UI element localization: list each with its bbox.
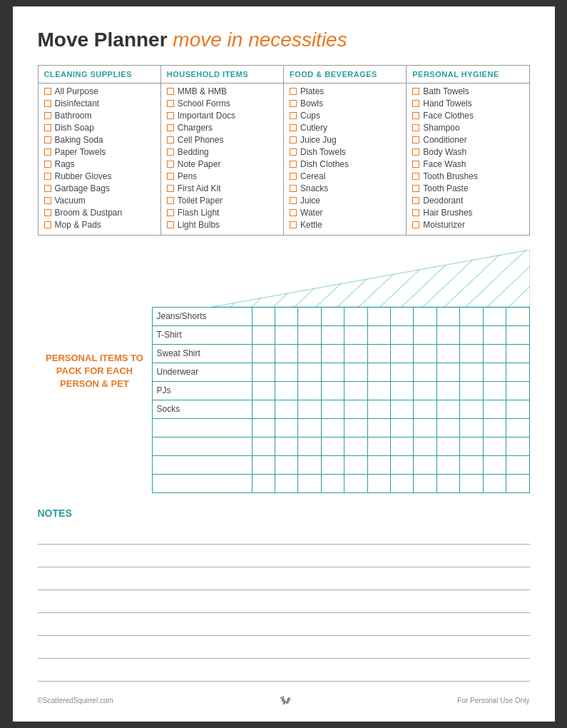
grid-cell[interactable] — [321, 400, 344, 418]
grid-cell[interactable] — [414, 437, 436, 455]
grid-cell[interactable] — [275, 455, 297, 474]
grid-cell[interactable] — [321, 474, 344, 492]
grid-cell[interactable] — [436, 381, 459, 400]
grid-cell[interactable] — [298, 381, 321, 400]
checkbox[interactable] — [167, 100, 174, 107]
grid-cell[interactable] — [344, 381, 367, 400]
check-item[interactable]: Face Clothes — [412, 111, 523, 121]
grid-cell[interactable] — [344, 455, 367, 474]
grid-cell[interactable] — [390, 381, 413, 400]
check-item[interactable]: Kettle — [290, 220, 400, 230]
check-item[interactable]: Tooth Paste — [412, 183, 523, 193]
check-item[interactable]: Dish Soap — [44, 123, 155, 133]
checkbox[interactable] — [44, 197, 51, 204]
check-item[interactable]: Hand Towels — [412, 98, 523, 108]
checkbox[interactable] — [290, 148, 297, 156]
checkbox[interactable] — [167, 112, 174, 119]
grid-cell[interactable] — [298, 400, 321, 418]
grid-cell[interactable] — [460, 474, 483, 492]
check-item[interactable]: Moisturizer — [412, 220, 523, 230]
grid-cell[interactable] — [436, 418, 459, 437]
grid-cell[interactable] — [252, 344, 275, 363]
grid-cell[interactable] — [298, 437, 321, 455]
check-item[interactable]: Bath Towels — [412, 86, 523, 96]
checkbox[interactable] — [44, 100, 51, 107]
checkbox[interactable] — [412, 112, 419, 119]
grid-cell[interactable] — [460, 344, 483, 363]
grid-cell[interactable] — [460, 307, 483, 325]
grid-cell[interactable] — [483, 418, 506, 437]
grid-cell[interactable] — [483, 381, 506, 400]
grid-cell[interactable] — [252, 400, 275, 418]
checkbox[interactable] — [44, 148, 51, 156]
grid-cell[interactable] — [460, 437, 483, 455]
checkbox[interactable] — [412, 88, 419, 95]
check-item[interactable]: Bedding — [167, 147, 277, 157]
grid-cell[interactable] — [436, 437, 459, 455]
checkbox[interactable] — [412, 197, 419, 204]
grid-cell[interactable] — [367, 325, 390, 344]
checkbox[interactable] — [44, 173, 51, 180]
checkbox[interactable] — [44, 161, 51, 168]
checkbox[interactable] — [290, 221, 297, 228]
checkbox[interactable] — [290, 209, 297, 216]
grid-cell[interactable] — [344, 344, 367, 363]
grid-cell[interactable] — [252, 474, 275, 492]
check-item[interactable]: Chargers — [167, 123, 277, 133]
grid-cell[interactable] — [344, 325, 367, 344]
checkbox[interactable] — [290, 161, 297, 168]
grid-cell[interactable] — [367, 363, 390, 381]
grid-cell[interactable] — [298, 363, 321, 381]
grid-cell[interactable] — [414, 455, 436, 474]
check-item[interactable]: Hair Brushes — [412, 208, 523, 218]
grid-cell[interactable] — [414, 307, 436, 325]
checkbox[interactable] — [412, 124, 419, 131]
grid-cell[interactable] — [460, 400, 483, 418]
check-item[interactable]: Note Paper — [167, 159, 277, 169]
check-item[interactable]: Vacuum — [44, 196, 155, 206]
grid-cell[interactable] — [298, 344, 321, 363]
grid-cell[interactable] — [460, 418, 483, 437]
grid-cell[interactable] — [344, 418, 367, 437]
grid-cell[interactable] — [436, 400, 459, 418]
grid-cell[interactable] — [506, 363, 529, 381]
checkbox[interactable] — [167, 185, 174, 192]
grid-cell[interactable] — [390, 344, 413, 363]
grid-cell[interactable] — [275, 437, 297, 455]
grid-cell[interactable] — [414, 381, 436, 400]
checkbox[interactable] — [290, 173, 297, 180]
check-item[interactable]: All Purpose — [44, 86, 155, 96]
checkbox[interactable] — [412, 100, 419, 107]
grid-cell[interactable] — [321, 344, 344, 363]
check-item[interactable]: Cups — [290, 111, 400, 121]
grid-cell[interactable] — [275, 344, 297, 363]
checkbox[interactable] — [290, 197, 297, 204]
grid-cell[interactable] — [483, 474, 506, 492]
grid-cell[interactable] — [367, 474, 390, 492]
checkbox[interactable] — [44, 221, 51, 228]
grid-cell[interactable] — [275, 325, 297, 344]
check-item[interactable]: Cereal — [290, 171, 400, 181]
grid-cell[interactable] — [321, 418, 344, 437]
grid-cell[interactable] — [344, 307, 367, 325]
grid-cell[interactable] — [436, 363, 459, 381]
check-item[interactable]: Dish Towels — [290, 147, 400, 157]
grid-cell[interactable] — [321, 455, 344, 474]
check-item[interactable]: Flash Light — [167, 208, 277, 218]
grid-cell[interactable] — [252, 418, 275, 437]
checkbox[interactable] — [167, 124, 174, 131]
grid-cell[interactable] — [506, 381, 529, 400]
grid-cell[interactable] — [506, 418, 529, 437]
grid-cell[interactable] — [390, 363, 413, 381]
check-item[interactable]: Rags — [44, 159, 155, 169]
check-item[interactable]: Mop & Pads — [44, 220, 155, 230]
grid-cell[interactable] — [367, 307, 390, 325]
check-item[interactable]: School Forms — [167, 98, 277, 108]
grid-cell[interactable] — [390, 307, 413, 325]
grid-cell[interactable] — [436, 307, 459, 325]
checkbox[interactable] — [44, 88, 51, 95]
checkbox[interactable] — [44, 136, 51, 143]
grid-cell[interactable] — [483, 325, 506, 344]
grid-cell[interactable] — [483, 307, 506, 325]
grid-cell[interactable] — [506, 437, 529, 455]
